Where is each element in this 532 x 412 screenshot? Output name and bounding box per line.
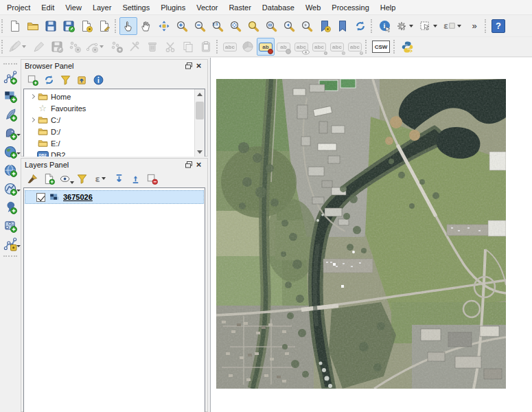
vertex-tool-button[interactable]: [126, 38, 143, 56]
menu-settings[interactable]: Settings: [117, 1, 155, 14]
menu-web[interactable]: Web: [300, 1, 326, 14]
browser-panel-close-button[interactable]: ×: [194, 61, 204, 71]
browser-item-e-drive[interactable]: E:/: [24, 137, 194, 149]
filter-by-expression-button[interactable]: ε: [91, 172, 109, 185]
browser-collapse-all-button[interactable]: [75, 73, 89, 87]
add-vector-layer-button[interactable]: [1, 69, 19, 87]
add-wcs-layer-button[interactable]: [1, 161, 19, 179]
layers-panel-float-button[interactable]: [183, 160, 194, 170]
metasearch-button[interactable]: CSW: [370, 38, 392, 56]
browser-item-c-drive[interactable]: C:/: [24, 114, 194, 126]
menu-database[interactable]: Database: [257, 1, 300, 14]
open-layer-styling-button[interactable]: [25, 172, 39, 185]
toolbar-grip[interactable]: [216, 40, 219, 54]
open-project-button[interactable]: [24, 17, 42, 35]
browser-filter-button[interactable]: [58, 73, 72, 87]
add-wfs-layer-button[interactable]: [1, 180, 19, 198]
browser-panel-float-button[interactable]: [183, 61, 194, 71]
layer-visibility-checkbox[interactable]: [36, 193, 45, 202]
expander-icon[interactable]: [28, 118, 36, 122]
zoom-native-button[interactable]: 1:1: [209, 17, 227, 35]
copy-features-button[interactable]: [179, 38, 197, 56]
add-delimited-text-layer-button[interactable]: [1, 198, 19, 216]
select-by-expression-button[interactable]: ε: [441, 17, 465, 35]
filter-legend-button[interactable]: [75, 172, 89, 185]
highlight-pinned-labels-button[interactable]: ab: [275, 38, 292, 56]
touch-zoom-pan-button[interactable]: [119, 17, 137, 35]
browser-item-favourites[interactable]: ☆ Favourites: [24, 102, 194, 114]
zoom-to-layer-button[interactable]: [262, 17, 280, 35]
add-spatialite-layer-button[interactable]: [1, 106, 19, 124]
add-feature-button[interactable]: [66, 38, 84, 56]
toolbar-grip[interactable]: [1, 19, 4, 33]
zoom-out-button[interactable]: [191, 17, 209, 35]
scroll-thumb[interactable]: [196, 102, 204, 119]
menu-help[interactable]: Help: [375, 1, 402, 14]
rotate-label-button[interactable]: abc: [328, 38, 346, 56]
toolbar-grip[interactable]: [115, 19, 117, 33]
delete-selected-button[interactable]: [143, 38, 161, 56]
menu-plugins[interactable]: Plugins: [155, 1, 191, 14]
toolbar-grip[interactable]: [485, 19, 487, 33]
layer-row[interactable]: 3675026: [25, 190, 204, 204]
collapse-all-button[interactable]: [128, 172, 142, 185]
zoom-full-button[interactable]: [227, 17, 244, 35]
menu-processing[interactable]: Processing: [326, 1, 374, 14]
expander-icon[interactable]: [28, 95, 36, 98]
menu-raster[interactable]: Raster: [223, 1, 256, 14]
browser-refresh-button[interactable]: [42, 73, 56, 87]
toolbar-overflow-button[interactable]: »: [465, 17, 483, 35]
current-edits-button[interactable]: [6, 38, 30, 56]
menu-layer[interactable]: Layer: [87, 1, 117, 14]
add-virtual-layer-button[interactable]: [1, 217, 19, 235]
toolbar-grip[interactable]: [393, 40, 396, 54]
new-project-button[interactable]: [6, 17, 24, 35]
scroll-down-button[interactable]: [195, 147, 205, 157]
add-postgis-layer-button[interactable]: [1, 124, 19, 142]
new-print-layout-button[interactable]: [78, 17, 95, 35]
scroll-up-button[interactable]: [195, 89, 205, 99]
pin-labels-button[interactable]: ab: [257, 38, 275, 56]
zoom-next-button[interactable]: [298, 17, 316, 35]
zoom-to-selection-button[interactable]: [244, 17, 262, 35]
new-bookmark-button[interactable]: [316, 17, 334, 35]
run-feature-action-button[interactable]: [393, 17, 417, 35]
python-console-button[interactable]: [398, 38, 416, 56]
pan-to-selection-button[interactable]: [155, 17, 173, 35]
new-shapefile-layer-button[interactable]: [1, 236, 19, 253]
toolbar-grip[interactable]: [3, 63, 17, 66]
save-project-button[interactable]: [42, 17, 60, 35]
show-bookmarks-button[interactable]: [334, 17, 351, 35]
browser-properties-button[interactable]: [91, 73, 105, 87]
save-project-as-button[interactable]: [60, 17, 78, 35]
scroll-track[interactable]: [195, 99, 205, 147]
add-curve-feature-button[interactable]: [84, 38, 108, 56]
browser-add-layers-button[interactable]: [25, 73, 39, 87]
expand-all-button[interactable]: [112, 172, 126, 185]
browser-item-home[interactable]: Home: [24, 91, 194, 102]
add-group-button[interactable]: [42, 172, 56, 185]
save-layer-edits-button[interactable]: [48, 38, 66, 56]
zoom-last-button[interactable]: [280, 17, 298, 35]
zoom-in-button[interactable]: [173, 17, 191, 35]
add-raster-layer-button[interactable]: [1, 87, 19, 105]
move-feature-button[interactable]: [108, 38, 126, 56]
remove-layer-button[interactable]: [145, 172, 159, 185]
cut-features-button[interactable]: [161, 38, 179, 56]
toolbar-grip[interactable]: [371, 19, 373, 33]
layers-panel-close-button[interactable]: ×: [194, 160, 204, 170]
select-features-button[interactable]: [417, 17, 441, 35]
menu-view[interactable]: View: [60, 1, 87, 14]
change-label-button[interactable]: abc: [346, 38, 364, 56]
map-canvas[interactable]: [210, 58, 532, 412]
move-label-button[interactable]: abc: [310, 38, 328, 56]
add-wms-layer-button[interactable]: [1, 143, 19, 161]
browser-scrollbar[interactable]: [194, 89, 205, 157]
show-hide-labels-button[interactable]: abc: [292, 38, 310, 56]
help-button[interactable]: ?: [489, 17, 507, 35]
toolbar-grip[interactable]: [365, 40, 368, 54]
paste-features-button[interactable]: [197, 38, 215, 56]
layer-labeling-button[interactable]: abc: [221, 38, 239, 56]
browser-item-d-drive[interactable]: D:/: [24, 126, 194, 137]
pan-map-button[interactable]: [137, 17, 155, 35]
